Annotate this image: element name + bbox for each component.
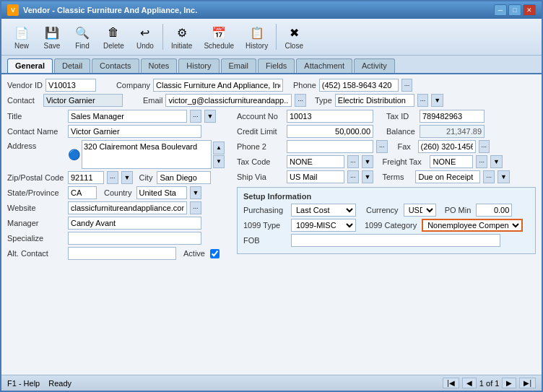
find-button[interactable]: 🔍 Find — [68, 22, 97, 52]
fob-input[interactable] — [291, 234, 500, 247]
minimize-button[interactable]: ─ — [494, 4, 507, 16]
terms-ellipsis-button[interactable]: ··· — [483, 170, 495, 183]
tab-history[interactable]: History — [178, 58, 219, 73]
ship-via-input[interactable] — [287, 170, 344, 183]
purchasing-select[interactable]: Last Cost — [291, 204, 356, 217]
type-input[interactable] — [335, 94, 414, 107]
phone2-input[interactable] — [287, 140, 373, 153]
email-ellipsis-button[interactable]: ··· — [295, 94, 306, 107]
vendor-id-label: Vendor ID — [7, 81, 43, 90]
title-controls: ─ □ ✕ — [494, 4, 536, 16]
po-min-input[interactable] — [476, 204, 512, 217]
contact-name-input[interactable] — [68, 125, 201, 138]
company-input[interactable] — [153, 79, 283, 92]
tabs-bar: General Detail Contacts Notes History Em… — [1, 56, 542, 74]
last-page-button[interactable]: ▶| — [519, 378, 536, 388]
tab-contacts[interactable]: Contacts — [92, 58, 139, 73]
country-dropdown-button[interactable]: ▼ — [190, 186, 202, 199]
freight-tax-ellipsis-button[interactable]: ··· — [476, 155, 487, 168]
zip-ellipsis-button[interactable]: ··· — [107, 171, 118, 184]
address-textarea[interactable]: 320 Clairemont Mesa Boulevard — [82, 140, 212, 169]
purchasing-row: Purchasing Last Cost Currency USD PO Min — [243, 204, 529, 217]
freight-tax-dropdown-button[interactable]: ▼ — [490, 155, 503, 168]
zip-label: Zip/Postal Code — [7, 173, 65, 182]
alt-contact-input[interactable] — [68, 247, 176, 260]
type-dropdown-button[interactable]: ▼ — [431, 94, 443, 107]
manager-input[interactable] — [68, 217, 201, 230]
new-button[interactable]: 📄 New — [7, 22, 36, 52]
title-input[interactable] — [68, 110, 187, 123]
terms-input[interactable] — [415, 170, 480, 183]
balance-input[interactable] — [420, 125, 485, 138]
credit-limit-input[interactable] — [287, 125, 373, 138]
schedule-button[interactable]: 📅 Schedule — [199, 22, 239, 52]
tab-attachment[interactable]: Attachment — [296, 58, 352, 73]
title-ellipsis-button[interactable]: ··· — [190, 110, 201, 123]
zip-row: Zip/Postal Code ··· ▼ City — [7, 171, 231, 184]
window-title: Vendor - Classic Furniture And Appliance… — [23, 6, 197, 14]
status-left: F1 - Help Ready — [7, 379, 71, 388]
close-button[interactable]: ✖ Close — [279, 22, 308, 52]
specialize-label: Specialize — [7, 234, 65, 243]
email-input[interactable] — [165, 94, 292, 107]
tab-general[interactable]: General — [7, 58, 53, 73]
fax-ellipsis-button[interactable]: ··· — [479, 140, 490, 153]
title-dropdown-button[interactable]: ▼ — [204, 110, 217, 123]
account-no-input[interactable] — [287, 110, 373, 123]
first-page-button[interactable]: |◀ — [443, 378, 459, 388]
freight-tax-input[interactable] — [430, 155, 473, 168]
phone-ellipsis-button[interactable]: ··· — [401, 79, 413, 92]
state-input[interactable] — [68, 186, 97, 199]
status-text: Ready — [48, 379, 71, 388]
tax-code-ellipsis-button[interactable]: ··· — [347, 155, 359, 168]
phone-input[interactable] — [319, 79, 399, 92]
tab-activity[interactable]: Activity — [354, 58, 395, 73]
zip-input[interactable] — [68, 171, 104, 184]
country-input[interactable] — [136, 186, 187, 199]
address-dot-icon: 🔵 — [68, 149, 80, 160]
delete-button[interactable]: 🗑 Delete — [98, 22, 129, 52]
tax-code-input[interactable] — [287, 155, 344, 168]
ship-via-dropdown-button[interactable]: ▼ — [362, 170, 374, 183]
tab-detail[interactable]: Detail — [54, 58, 90, 73]
undo-button[interactable]: ↩ Undo — [131, 22, 160, 52]
type-ellipsis-button[interactable]: ··· — [417, 94, 429, 107]
initiate-button[interactable]: ⚙ Initiate — [166, 22, 197, 52]
right-panel: Account No Tax ID Credit Limit Balance P… — [237, 110, 536, 262]
content-area: Vendor ID Company Phone ··· Contact Emai… — [1, 74, 542, 375]
fax-input[interactable] — [418, 140, 476, 153]
close-window-button[interactable]: ✕ — [523, 4, 536, 16]
prev-page-button[interactable]: ◀ — [462, 378, 477, 388]
tab-email[interactable]: Email — [221, 58, 257, 73]
website-input[interactable] — [68, 201, 187, 214]
vendor-id-input[interactable] — [45, 79, 96, 92]
category-1099-select[interactable]: Nonemployee Compensati — [422, 219, 523, 232]
website-ellipsis-button[interactable]: ··· — [190, 201, 201, 214]
tax-id-input[interactable] — [420, 110, 485, 123]
terms-dropdown-button[interactable]: ▼ — [498, 170, 510, 183]
address-scroll-up[interactable]: ▲ — [213, 141, 225, 154]
type-1099-select[interactable]: 1099-MISC — [291, 219, 356, 232]
title-row: Title ··· ▼ — [7, 110, 231, 123]
zip-dropdown-button[interactable]: ▼ — [121, 171, 134, 184]
currency-select[interactable]: USD — [404, 204, 436, 217]
phone2-ellipsis-button[interactable]: ··· — [376, 140, 388, 153]
save-button[interactable]: 💾 Save — [38, 22, 66, 52]
po-min-label: PO Min — [445, 206, 472, 214]
contact-input[interactable] — [43, 94, 123, 107]
address-scroll-down[interactable]: ▼ — [213, 155, 225, 168]
history-button[interactable]: 📋 History — [240, 22, 273, 52]
maximize-button[interactable]: □ — [508, 4, 521, 16]
ship-via-ellipsis-button[interactable]: ··· — [347, 170, 359, 183]
next-page-button[interactable]: ▶ — [502, 378, 516, 388]
tax-code-dropdown-button[interactable]: ▼ — [362, 155, 374, 168]
active-checkbox[interactable] — [210, 249, 220, 258]
currency-label: Currency — [366, 206, 399, 214]
new-label: New — [14, 42, 29, 50]
tab-fields[interactable]: Fields — [258, 58, 295, 73]
state-label: State/Province — [7, 188, 65, 197]
tab-notes[interactable]: Notes — [141, 58, 178, 73]
purchasing-label: Purchasing — [243, 206, 288, 214]
city-input[interactable] — [157, 171, 211, 184]
specialize-input[interactable] — [68, 232, 201, 245]
